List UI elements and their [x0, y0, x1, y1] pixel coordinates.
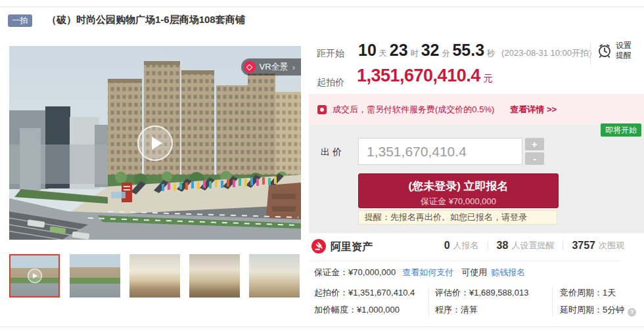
details-col-3: 竞价周期：1天 延时周期：5分钟?: [560, 284, 636, 319]
gavel-icon: [314, 242, 323, 251]
play-icon: [152, 137, 162, 150]
detail-start-price: 起拍价：¥1,351,670,410.4: [314, 284, 415, 301]
details-divider: [428, 287, 429, 316]
start-price-value: 1,351,670,410.4: [357, 66, 480, 86]
thumbnail-video[interactable]: [9, 254, 60, 298]
page-title: （破）时尚公园购物广场1-6层商场108套商铺: [47, 14, 245, 26]
credit-signup-link[interactable]: 赊钱报名: [491, 267, 525, 278]
vr-icon: [244, 61, 256, 73]
login-reminder: 提醒：先报名再出价。如您已报名，请登录: [358, 210, 557, 225]
detail-cycle: 竞价周期：1天: [560, 284, 636, 301]
detail-procedure: 程序：清算: [435, 301, 528, 319]
bid-label: 出 价: [321, 146, 342, 158]
vr-label: VR全景: [260, 61, 288, 73]
bid-stepper: + -: [525, 138, 544, 165]
stats-divider: [488, 241, 488, 250]
reminders-count: 38: [497, 240, 509, 252]
views-count: 3757: [572, 240, 595, 252]
auction-round-badge: 一拍: [8, 14, 32, 27]
service-fee-notice: 成交后，需另付软件服务费(成交价的0.5%) 查看详情 >>: [309, 94, 644, 125]
deposit-amount: 保证金：¥70,000,000: [314, 267, 396, 278]
countdown-label: 距开始: [317, 48, 344, 60]
auction-detail-page: 一拍 （破）时尚公园购物广场1-6层商场108套商铺: [0, 0, 644, 331]
bid-increase-button[interactable]: +: [525, 138, 544, 150]
start-price: 1,351,670,410.4 元: [357, 66, 493, 86]
countdown-minutes: 32: [421, 41, 440, 60]
detail-appraisal: 评估价：¥1,689,588,013: [435, 284, 528, 301]
details-col-2: 评估价：¥1,689,588,013 程序：清算: [435, 284, 528, 319]
vr-panorama-button[interactable]: VR全景 ›: [241, 58, 301, 76]
header-divider: [590, 42, 591, 64]
countdown-timer: 10 天 23 时 32 分 55.3 秒 (2023-08-31 10:00开…: [358, 41, 591, 60]
countdown-seconds: 55.3: [452, 41, 484, 60]
fee-detail-link[interactable]: 查看详情 >>: [510, 104, 557, 116]
section-divider: [309, 261, 620, 261]
bid-amount-input[interactable]: [358, 138, 522, 165]
thumbnail-exterior[interactable]: [70, 254, 120, 298]
applicants-count: 0: [444, 240, 450, 252]
status-badge: 即将开始: [601, 123, 641, 137]
how-to-pay-link[interactable]: 查看如何支付: [402, 267, 453, 278]
bottom-divider: [0, 326, 644, 327]
stats-divider: [563, 241, 563, 250]
ali-assets-logo: [311, 239, 326, 254]
fee-icon: [317, 105, 327, 114]
thumbnail-interior-1[interactable]: [129, 254, 180, 298]
set-reminder-label: 设置 提醒: [616, 41, 632, 60]
start-time-note: (2023-08-31 10:00开拍): [501, 47, 591, 59]
detail-delay: 延时周期：5分钟: [560, 305, 624, 315]
countdown-days: 10: [358, 41, 377, 60]
top-divider: [0, 7, 644, 7]
signup-button[interactable]: (您未登录) 立即报名 保证金 ¥70,000,000: [358, 173, 559, 208]
thumbnail-interior-3[interactable]: [249, 254, 300, 298]
details-col-1: 起拍价：¥1,351,670,410.4 加价幅度：¥1,000,000: [314, 284, 415, 319]
signup-button-main: (您未登录) 立即报名: [359, 179, 558, 194]
details-divider: [552, 287, 553, 316]
deposit-row: 保证金：¥70,000,000 查看如何支付 可使用 赊钱报名: [314, 267, 525, 278]
bid-decrease-button[interactable]: -: [525, 152, 544, 165]
fee-notice-text: 成交后，需另付软件服务费(成交价的0.5%): [333, 104, 494, 116]
video-play-button[interactable]: [137, 125, 173, 161]
signup-button-deposit: 保证金 ¥70,000,000: [359, 196, 558, 208]
detail-increment: 加价幅度：¥1,000,000: [314, 301, 415, 319]
countdown-hours: 23: [390, 41, 408, 60]
thumbnail-play-icon: [28, 269, 42, 283]
auction-stats: 0 人报名 38 人设置提醒 3757 次围观: [444, 240, 624, 252]
main-photo[interactable]: VR全景 ›: [9, 46, 301, 240]
alarm-clock-icon: [597, 43, 612, 58]
start-price-label: 起拍价: [317, 77, 344, 89]
help-icon[interactable]: ?: [628, 308, 636, 317]
seller-name[interactable]: 阿里资产: [331, 240, 373, 254]
thumbnail-interior-2[interactable]: [189, 254, 240, 298]
chevron-right-icon: ›: [292, 62, 295, 72]
start-price-unit: 元: [484, 73, 493, 85]
set-reminder-button[interactable]: 设置 提醒: [597, 41, 632, 60]
